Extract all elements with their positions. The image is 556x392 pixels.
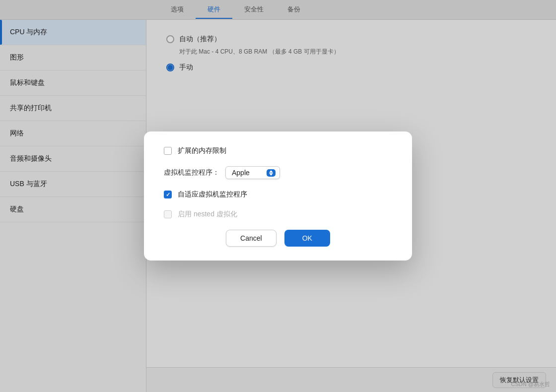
modal-overlay: 扩展的内存限制 虚拟机监控程序： Apple 自适应虚拟机监控程序 启用 nes… bbox=[0, 0, 556, 392]
hypervisor-dropdown[interactable]: Apple bbox=[225, 166, 280, 179]
hypervisor-value: Apple bbox=[232, 169, 264, 177]
nested-virt-checkbox[interactable] bbox=[164, 210, 172, 218]
ok-button[interactable]: OK bbox=[284, 230, 330, 247]
adaptive-hypervisor-row: 自适应虚拟机监控程序 bbox=[164, 190, 392, 199]
modal-buttons: Cancel OK bbox=[164, 230, 392, 247]
hypervisor-label: 虚拟机监控程序： bbox=[164, 168, 219, 177]
dropdown-arrows-icon bbox=[267, 169, 276, 177]
hypervisor-row: 虚拟机监控程序： Apple bbox=[164, 166, 392, 179]
memory-limit-checkbox[interactable] bbox=[164, 147, 172, 155]
adaptive-hypervisor-label: 自适应虚拟机监控程序 bbox=[178, 190, 247, 199]
nested-virt-label: 启用 nested 虚拟化 bbox=[178, 210, 237, 219]
nested-virt-row: 启用 nested 虚拟化 bbox=[164, 210, 392, 219]
cancel-button[interactable]: Cancel bbox=[226, 230, 277, 247]
memory-limit-label: 扩展的内存限制 bbox=[178, 146, 226, 155]
memory-limit-row: 扩展的内存限制 bbox=[164, 146, 392, 155]
modal-dialog: 扩展的内存限制 虚拟机监控程序： Apple 自适应虚拟机监控程序 启用 nes… bbox=[144, 131, 412, 261]
adaptive-hypervisor-checkbox[interactable] bbox=[164, 191, 172, 198]
arrow-up-icon bbox=[269, 170, 273, 173]
arrow-down-icon bbox=[269, 173, 273, 176]
